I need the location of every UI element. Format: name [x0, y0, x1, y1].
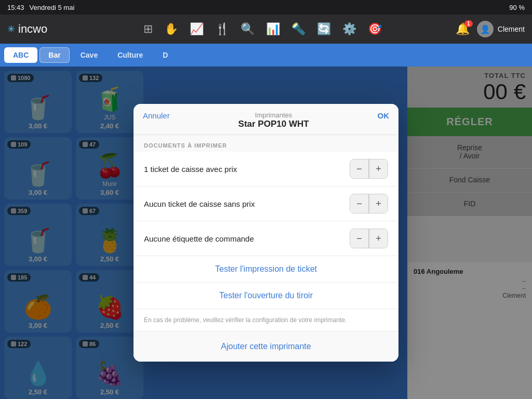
logo-text: incwo — [18, 22, 47, 36]
counter-decrement-0[interactable]: − — [350, 159, 369, 178]
nav-icons: ⊞ ✋ 📈 🍴 🔍 📊 🔦 🔄 ⚙️ 🎯 — [78, 20, 447, 38]
modal-row-0: 1 ticket de caisse avec prix − + — [134, 152, 398, 187]
modal-row-1: Aucun ticket de caisse sans prix − + — [134, 187, 398, 221]
modal-row-label-1: Aucun ticket de caisse sans prix — [144, 200, 255, 208]
category-tab-abc[interactable]: ABC — [4, 47, 37, 63]
notification-badge: 1 — [464, 20, 473, 27]
printer-modal: Annuler Imprimantes Star POP10 WHT OK DO… — [134, 104, 398, 362]
notification-button[interactable]: 🔔 1 — [456, 22, 470, 36]
modal-title-main: Star POP10 WHT — [170, 119, 378, 129]
category-tab-d[interactable]: D — [154, 47, 177, 63]
test-ticket-link[interactable]: Tester l'impression de ticket — [134, 256, 398, 283]
modal-ok-button[interactable]: OK — [378, 111, 390, 120]
category-tab-culture[interactable]: Culture — [109, 47, 152, 63]
refresh-icon[interactable]: 🔄 — [315, 20, 333, 38]
battery-indicator: 90 % — [509, 4, 525, 11]
modal-row-label-2: Aucune étiquette de commande — [144, 234, 254, 243]
test-tiroir-link[interactable]: Tester l'ouverture du tiroir — [134, 283, 398, 309]
status-left: 15:43 Vendredi 5 mai — [7, 4, 74, 11]
top-nav: ✳ incwo ⊞ ✋ 📈 🍴 🔍 📊 🔦 🔄 ⚙️ 🎯 🔔 1 👤 Cleme… — [0, 15, 532, 44]
user-menu-button[interactable]: 👤 Clement — [477, 21, 525, 37]
search-icon[interactable]: 🔍 — [238, 20, 257, 38]
counter-increment-1[interactable]: + — [369, 194, 388, 213]
counter-0: − + — [350, 159, 388, 179]
status-right: 90 % — [509, 4, 525, 11]
add-printer-link[interactable]: Ajouter cette imprimante — [134, 331, 398, 362]
logo-icon: ✳ — [7, 23, 15, 35]
modal-title-subtitle: Imprimantes — [170, 111, 378, 119]
status-bar: 15:43 Vendredi 5 mai 90 % — [0, 0, 532, 15]
modal-title: Imprimantes Star POP10 WHT — [170, 111, 378, 129]
counter-increment-0[interactable]: + — [369, 159, 388, 178]
grid-icon[interactable]: ⊞ — [141, 20, 155, 38]
modal-overlay: Annuler Imprimantes Star POP10 WHT OK DO… — [0, 66, 532, 399]
avatar: 👤 — [477, 21, 494, 37]
counter-decrement-2[interactable]: − — [350, 229, 369, 248]
category-bar: ABC Bar Cave Culture D — [0, 44, 532, 66]
modal-row-2: Aucune étiquette de commande − + — [134, 221, 398, 256]
user-name: Clement — [498, 25, 525, 33]
hand-icon[interactable]: ✋ — [162, 20, 180, 38]
modal-note: En cas de problème, veuillez vérifier la… — [134, 309, 398, 331]
flashlight-icon[interactable]: 🔦 — [289, 20, 308, 38]
category-tab-bar[interactable]: Bar — [39, 47, 69, 63]
modal-cancel-button[interactable]: Annuler — [143, 111, 170, 120]
modal-body: DOCUMENTS À IMPRIMER 1 ticket de caisse … — [134, 135, 398, 362]
category-tab-cave[interactable]: Cave — [72, 47, 107, 63]
modal-section-label: DOCUMENTS À IMPRIMER — [134, 135, 398, 152]
nav-right: 🔔 1 👤 Clement — [456, 21, 525, 37]
fork-icon[interactable]: 🍴 — [213, 20, 231, 38]
counter-decrement-1[interactable]: − — [350, 194, 369, 213]
logo: ✳ incwo — [7, 22, 70, 36]
counter-1: − + — [350, 194, 388, 214]
barcode-icon[interactable]: 📊 — [264, 20, 282, 38]
modal-row-label-0: 1 ticket de caisse avec prix — [144, 165, 237, 174]
modal-header: Annuler Imprimantes Star POP10 WHT OK — [134, 104, 398, 135]
status-date: Vendredi 5 mai — [30, 4, 75, 11]
target-icon[interactable]: 🎯 — [366, 20, 384, 38]
counter-increment-2[interactable]: + — [369, 229, 388, 248]
main-area: 1080 🥤 3,00 € 132 🧃 JUS 2,40 € 109 🥤 3,0… — [0, 66, 532, 399]
gear-icon[interactable]: ⚙️ — [340, 20, 358, 38]
counter-2: − + — [350, 229, 388, 248]
chart-icon[interactable]: 📈 — [188, 20, 206, 38]
status-time: 15:43 — [7, 4, 24, 11]
